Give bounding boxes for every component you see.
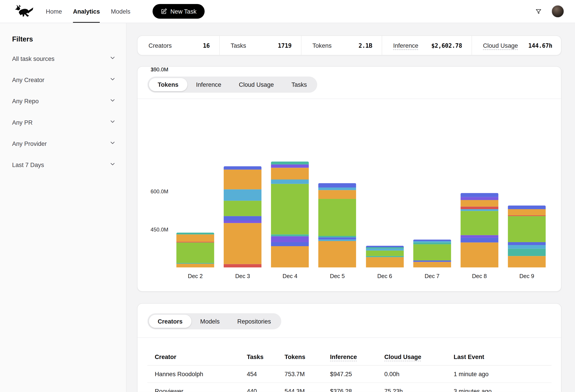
bar-segment-orange	[460, 200, 498, 206]
x-axis-label: Dec 2	[176, 273, 214, 280]
divider	[138, 337, 561, 338]
col-last-event: Last Event	[454, 353, 551, 360]
chart-metric-tabs: Tokens Inference Cloud Usage Tasks	[147, 76, 317, 92]
bar-segment-purple	[460, 197, 498, 200]
filter-label: Any Provider	[12, 140, 47, 147]
bar-segment-orange	[413, 262, 451, 267]
tab-repositories[interactable]: Repositories	[229, 315, 280, 328]
filter-any-creator[interactable]: Any Creator	[0, 69, 126, 90]
filter-label: Any PR	[12, 119, 33, 126]
bar-segment-blue	[224, 166, 261, 170]
cell-tokens: 544.3M	[285, 388, 330, 392]
x-axis-label: Dec 5	[318, 273, 356, 280]
bar-segment-blue	[508, 242, 546, 245]
bar-dec-3[interactable]	[224, 166, 261, 267]
stat-value: 16	[203, 42, 210, 49]
bar-dec-4[interactable]	[271, 161, 309, 267]
cell-tokens: 753.7M	[285, 370, 330, 377]
bar-segment-blue	[460, 238, 498, 243]
stat-value: 1719	[278, 42, 291, 49]
chevron-down-icon	[109, 76, 116, 84]
col-cloud-usage[interactable]: Cloud Usage	[384, 353, 454, 360]
bar-segment-purple	[224, 220, 261, 223]
tab-models[interactable]: Models	[191, 315, 228, 328]
bar-segment-teal	[176, 233, 214, 234]
filter-any-pr[interactable]: Any PR	[0, 112, 126, 133]
bar-segment-blue	[271, 242, 309, 246]
compose-icon	[161, 8, 167, 15]
x-axis-label: Dec 8	[460, 273, 498, 280]
bar-segment-teal	[271, 234, 309, 236]
bar-segment-green	[318, 199, 356, 236]
bar-segment-orange	[508, 209, 546, 215]
stat-label: Creators	[148, 42, 172, 49]
main-content: Creators 16 Tasks 1719 Tokens 2.1B Infer…	[127, 23, 575, 392]
filter-all-task-sources[interactable]: All task sources	[0, 48, 126, 69]
bar-segment-sky	[224, 189, 261, 201]
kangaroo-logo-icon	[15, 5, 34, 18]
breakdown-table-card: Creators Models Repositories Creator Tas…	[137, 303, 561, 392]
bar-segment-orange	[271, 246, 309, 268]
stat-cloud-usage: Cloud Usage 144.67h	[472, 36, 562, 55]
col-tokens: Tokens	[285, 353, 330, 360]
filter-last-7-days[interactable]: Last 7 Days	[0, 154, 126, 175]
nav-item-analytics[interactable]: Analytics	[73, 0, 100, 23]
chevron-down-icon	[109, 55, 116, 63]
analytics-dashboard: Home Analytics Models New Task Filters	[0, 0, 575, 392]
stat-label-inference[interactable]: Inference	[393, 42, 418, 49]
stat-tokens: Tokens 2.1B	[301, 36, 382, 55]
chevron-down-icon	[109, 140, 116, 148]
col-inference[interactable]: Inference	[330, 353, 384, 360]
bar-dec-6[interactable]	[366, 246, 404, 268]
table-row[interactable]: Rooviewer 440 544.3M $376.28 75.23h 3 mi…	[147, 383, 551, 392]
app-logo[interactable]	[15, 5, 34, 18]
bar-dec-9[interactable]	[508, 205, 546, 267]
bar-dec-2[interactable]	[176, 233, 214, 267]
filter-icon[interactable]	[535, 8, 542, 15]
bar-segment-orange	[318, 241, 356, 267]
bar-segment-orange	[508, 256, 546, 267]
stat-tasks: Tasks 1719	[219, 36, 301, 55]
bar-segment-orange	[176, 234, 214, 242]
stat-inference: Inference $2,602.78	[382, 36, 471, 55]
cell-last-event: 3 minutes ago	[454, 388, 551, 392]
tab-tasks[interactable]: Tasks	[283, 78, 316, 91]
bar-segment-sky	[318, 188, 356, 190]
bar-segment-blue	[460, 193, 498, 197]
filter-label: Last 7 Days	[12, 161, 44, 168]
bar-segment-green	[413, 244, 451, 261]
table-row[interactable]: Hannes Roodolph 454 753.7M $947.25 0.00h…	[147, 366, 551, 383]
tab-creators[interactable]: Creators	[149, 315, 191, 328]
bar-segment-green	[366, 250, 404, 256]
bar-dec-7[interactable]	[413, 240, 451, 267]
stats-summary-bar: Creators 16 Tasks 1719 Tokens 2.1B Infer…	[137, 35, 561, 55]
bar-segment-blue	[413, 260, 451, 262]
tab-inference[interactable]: Inference	[187, 78, 230, 91]
nav-item-models[interactable]: Models	[111, 0, 130, 23]
bar-segment-sky	[318, 240, 356, 241]
user-avatar[interactable]	[551, 5, 564, 18]
filters-sidebar: Filters All task sources Any Creator Any…	[0, 23, 127, 392]
x-axis-label: Dec 6	[366, 273, 404, 280]
x-axis-label: Dec 9	[508, 273, 546, 280]
filter-any-repo[interactable]: Any Repo	[0, 90, 126, 112]
stat-label-cloud-usage[interactable]: Cloud Usage	[483, 42, 518, 49]
bar-segment-green	[224, 201, 261, 216]
bar-segment-sky	[366, 249, 404, 250]
bar-segment-blue	[224, 216, 261, 220]
divider	[138, 99, 561, 99]
tab-cloud-usage[interactable]: Cloud Usage	[230, 78, 283, 91]
stat-value: 2.1B	[359, 42, 372, 49]
bar-segment-green	[508, 216, 546, 242]
bar-segment-teal	[271, 161, 309, 164]
tab-tokens[interactable]: Tokens	[149, 78, 187, 91]
col-tasks: Tasks	[247, 353, 285, 360]
new-task-button[interactable]: New Task	[152, 4, 205, 19]
filter-any-provider[interactable]: Any Provider	[0, 133, 126, 154]
bar-dec-5[interactable]	[318, 183, 356, 267]
nav-item-home[interactable]: Home	[46, 0, 62, 23]
table-header-row: Creator Tasks Tokens Inference Cloud Usa…	[147, 349, 551, 366]
cell-inference: $947.25	[330, 370, 384, 377]
bar-dec-8[interactable]	[460, 193, 498, 268]
bar-segment-purple	[271, 164, 309, 168]
